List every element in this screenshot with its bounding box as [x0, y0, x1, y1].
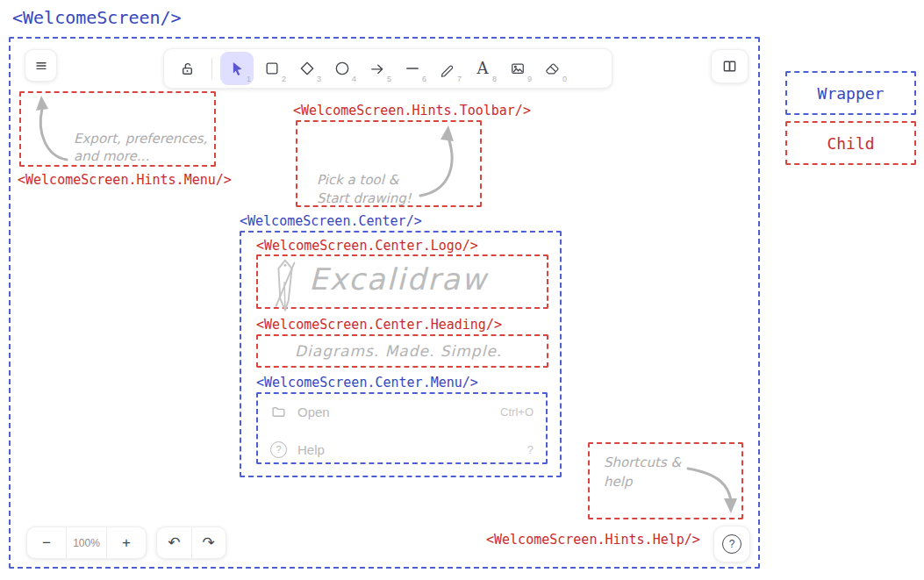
main-menu-button[interactable] [25, 49, 57, 82]
zoom-in-button[interactable]: + [107, 527, 146, 558]
line-icon [404, 60, 421, 77]
line-tool-button[interactable]: 6 [396, 52, 429, 85]
help-circle-icon: ? [270, 441, 287, 458]
center-label: <WelcomeScreen.Center/> [240, 213, 422, 229]
text-icon: A [477, 61, 489, 76]
diamond-tool-button[interactable]: 3 [290, 52, 324, 85]
toolbar-hint-text-line2: Start drawing! [317, 190, 412, 208]
draw-tool-button[interactable]: 7 [431, 52, 464, 85]
folder-icon [270, 404, 287, 420]
root-component-label: <WelcomeScreen/> [12, 7, 182, 28]
diamond-icon [298, 60, 316, 77]
toolbar-hint-text-line1: Pick a tool & [317, 171, 412, 190]
hints-help-label: <WelcomeScreen.Hints.Help/> [486, 532, 700, 548]
excalidraw-logo-text: Excalidraw [309, 261, 488, 297]
arrow-icon [369, 60, 386, 77]
question-mark-icon: ? [722, 534, 741, 554]
menu-item-help-label: Help [297, 442, 325, 457]
legend-wrapper-label: Wrapper [818, 84, 885, 103]
selection-cursor-icon [228, 60, 246, 77]
selection-tool-button[interactable]: 1 [220, 52, 254, 85]
image-tool-button[interactable]: 9 [501, 52, 534, 85]
eraser-icon [544, 60, 562, 77]
hamburger-icon [32, 57, 50, 75]
ellipse-tool-button[interactable]: 4 [326, 52, 359, 85]
legend-child-label: Child [827, 134, 874, 153]
zoom-level-display[interactable]: 100% [67, 527, 106, 558]
legend-child-box: Child [785, 121, 916, 165]
menu-hint-text-line1: Export, preferences, [74, 130, 207, 147]
hints-toolbar-box: Pick a tool & Start drawing! [296, 120, 482, 207]
toolbar-divider [211, 58, 212, 79]
book-icon [720, 57, 739, 75]
rectangle-tool-button[interactable]: 2 [255, 52, 289, 85]
hints-menu-label: <WelcomeScreen.Hints.Menu/> [18, 172, 232, 188]
menu-item-help[interactable]: ? Help ? [270, 438, 534, 461]
undo-button[interactable]: ↶ [157, 527, 191, 558]
welcome-screen-doc: <WelcomeScreen/> [0, 0, 924, 580]
hints-toolbar-label: <WelcomeScreen.Hints.Toolbar/> [293, 103, 531, 118]
menu-item-help-shortcut: ? [527, 443, 534, 456]
text-tool-button[interactable]: A 8 [466, 52, 499, 85]
pencil-icon [439, 60, 456, 77]
eraser-tool-button[interactable]: 0 [536, 52, 569, 85]
menu-hint-text-line2: and more... [74, 147, 207, 165]
center-menu-box: Open Ctrl+O ? Help ? [256, 392, 548, 464]
image-icon [509, 60, 526, 77]
history-controls: ↶ ↷ [156, 526, 226, 559]
help-hint-text-line1: Shortcuts & [604, 453, 681, 472]
center-heading-label: <WelcomeScreen.Center.Heading/> [256, 317, 502, 333]
zoom-controls: − 100% + [26, 526, 147, 559]
excalidraw-logo-icon [269, 256, 302, 318]
center-heading-text: Diagrams. Made. Simple. [295, 342, 502, 360]
menu-item-open-shortcut: Ctrl+O [500, 405, 534, 419]
zoom-out-button[interactable]: − [27, 527, 66, 558]
arrow-tool-button[interactable]: 5 [361, 52, 394, 85]
menu-item-open[interactable]: Open Ctrl+O [270, 400, 534, 423]
ellipse-icon [333, 60, 351, 77]
redo-button[interactable]: ↷ [191, 527, 226, 558]
legend-wrapper-box: Wrapper [785, 71, 916, 115]
help-hint-text-line2: help [604, 472, 681, 491]
hints-menu-box: Export, preferences, and more... [19, 91, 216, 167]
lock-tool-button[interactable] [170, 52, 204, 85]
toolbar: 1 2 3 4 [163, 48, 612, 89]
hints-help-box: Shortcuts & help [588, 442, 743, 519]
rectangle-icon [263, 60, 281, 77]
unlock-icon [178, 60, 197, 78]
menu-item-open-label: Open [297, 405, 330, 419]
library-button[interactable] [711, 49, 749, 83]
help-button[interactable]: ? [713, 526, 750, 562]
center-menu-label: <WelcomeScreen.Center.Menu/> [256, 375, 478, 390]
center-heading-box: Diagrams. Made. Simple. [256, 334, 548, 368]
center-logo-label: <WelcomeScreen.Center.Logo/> [256, 238, 478, 254]
